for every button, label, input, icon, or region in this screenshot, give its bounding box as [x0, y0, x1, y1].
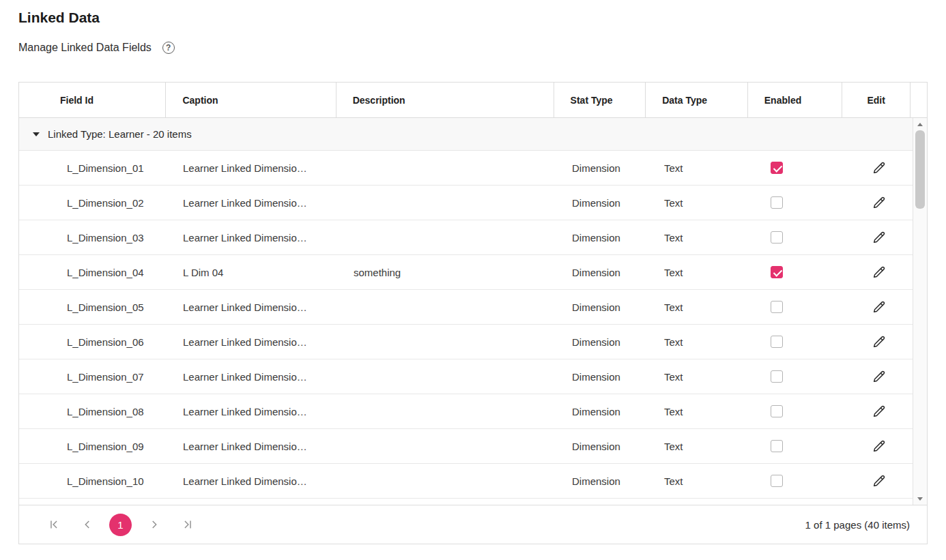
- table-row: L_Dimension_08 Learner Linked Dimensio… …: [19, 394, 927, 429]
- pencil-icon: [872, 230, 887, 245]
- pencil-icon: [872, 404, 887, 419]
- edit-button[interactable]: [868, 434, 891, 458]
- cell-data-type: Text: [648, 441, 750, 452]
- table-row: L_Dimension_03 Learner Linked Dimensio… …: [19, 220, 927, 255]
- cell-data-type: Text: [648, 267, 750, 278]
- enabled-checkbox[interactable]: [771, 266, 783, 278]
- enabled-checkbox[interactable]: [771, 475, 783, 487]
- column-header-stat-type[interactable]: Stat Type: [554, 83, 646, 117]
- column-header-field-id[interactable]: Field Id: [19, 83, 166, 117]
- enabled-checkbox[interactable]: [771, 336, 783, 348]
- cell-edit: [845, 261, 913, 284]
- cell-stat-type: Dimension: [556, 197, 648, 209]
- cell-stat-type: Dimension: [556, 232, 648, 244]
- pencil-icon: [872, 439, 887, 454]
- previous-page-button[interactable]: [76, 514, 98, 536]
- cell-edit: [845, 365, 913, 388]
- edit-button[interactable]: [868, 261, 891, 284]
- enabled-checkbox[interactable]: [771, 440, 783, 452]
- enabled-checkbox[interactable]: [771, 196, 783, 209]
- table-row: L_Dimension_06 Learner Linked Dimensio… …: [19, 325, 927, 359]
- column-header-caption[interactable]: Caption: [166, 83, 336, 117]
- table-row: L_Dimension_02 Learner Linked Dimensio… …: [19, 186, 927, 220]
- first-page-icon: [48, 518, 60, 531]
- cell-edit: [845, 330, 913, 353]
- cell-edit: [845, 400, 913, 423]
- cell-stat-type: Dimension: [556, 441, 648, 452]
- enabled-checkbox[interactable]: [771, 231, 783, 244]
- enabled-checkbox[interactable]: [771, 370, 783, 383]
- first-page-button[interactable]: [42, 514, 65, 536]
- pencil-icon: [872, 334, 887, 349]
- edit-button[interactable]: [868, 330, 891, 353]
- linked-data-page: Linked Data Manage Linked Data Fields ? …: [0, 0, 946, 544]
- rows-container: L_Dimension_01 Learner Linked Dimensio… …: [19, 151, 927, 499]
- edit-button[interactable]: [868, 226, 891, 249]
- enabled-checkbox[interactable]: [771, 405, 783, 417]
- table-row: L_Dimension_10 Learner Linked Dimensio… …: [19, 464, 927, 499]
- pencil-icon: [872, 473, 887, 488]
- cell-caption: L Dim 04: [167, 267, 337, 278]
- cell-caption: Learner Linked Dimensio…: [167, 336, 337, 348]
- cell-enabled: [750, 475, 845, 487]
- table-row: L_Dimension_09 Learner Linked Dimensio… …: [19, 429, 927, 464]
- cell-enabled: [750, 440, 845, 452]
- linked-data-grid: Field Id Caption Description Stat Type D…: [18, 82, 928, 544]
- cell-enabled: [750, 231, 845, 244]
- cell-field-id: L_Dimension_09: [19, 441, 167, 452]
- edit-button[interactable]: [868, 400, 891, 423]
- edit-button[interactable]: [868, 365, 891, 388]
- pencil-icon: [872, 160, 887, 175]
- enabled-checkbox[interactable]: [771, 162, 783, 174]
- cell-data-type: Text: [648, 406, 750, 417]
- page-subtitle: Manage Linked Data Fields: [18, 42, 152, 54]
- cell-data-type: Text: [648, 232, 750, 244]
- cell-caption: Learner Linked Dimensio…: [167, 406, 337, 417]
- cell-data-type: Text: [648, 371, 750, 383]
- grid-header: Field Id Caption Description Stat Type D…: [19, 83, 927, 118]
- cell-stat-type: Dimension: [556, 162, 648, 174]
- enabled-checkbox[interactable]: [771, 301, 783, 313]
- column-header-description[interactable]: Description: [336, 83, 554, 117]
- column-header-edit[interactable]: Edit: [842, 83, 911, 117]
- pencil-icon: [872, 369, 887, 384]
- cell-stat-type: Dimension: [556, 336, 648, 348]
- pencil-icon: [872, 195, 887, 210]
- edit-button[interactable]: [868, 191, 891, 214]
- edit-button[interactable]: [868, 295, 891, 319]
- next-page-button[interactable]: [143, 514, 165, 536]
- edit-button[interactable]: [868, 156, 891, 179]
- cell-field-id: L_Dimension_08: [19, 406, 167, 417]
- vertical-scrollbar[interactable]: [913, 118, 927, 505]
- last-page-button[interactable]: [176, 514, 199, 536]
- page-title: Linked Data: [18, 0, 928, 26]
- column-header-data-type[interactable]: Data Type: [646, 83, 748, 117]
- table-row: L_Dimension_07 Learner Linked Dimensio… …: [19, 359, 927, 394]
- cell-stat-type: Dimension: [556, 475, 648, 487]
- table-row: L_Dimension_05 Learner Linked Dimensio… …: [19, 290, 927, 325]
- grid-body: Linked Type: Learner - 20 items L_Dimens…: [19, 118, 927, 505]
- scroll-down-icon[interactable]: [913, 492, 927, 505]
- page-number-button[interactable]: 1: [109, 514, 132, 536]
- cell-description: something: [337, 267, 556, 278]
- cell-enabled: [750, 266, 845, 278]
- cell-data-type: Text: [648, 197, 750, 209]
- cell-field-id: L_Dimension_04: [19, 267, 167, 278]
- edit-button[interactable]: [868, 469, 891, 492]
- cell-field-id: L_Dimension_03: [19, 232, 167, 244]
- cell-data-type: Text: [648, 162, 750, 174]
- column-header-enabled[interactable]: Enabled: [748, 83, 843, 117]
- cell-caption: Learner Linked Dimensio…: [167, 162, 337, 174]
- cell-enabled: [750, 301, 845, 313]
- cell-edit: [845, 434, 913, 458]
- cell-caption: Learner Linked Dimensio…: [167, 232, 337, 244]
- subtitle-row: Manage Linked Data Fields ?: [18, 42, 928, 54]
- scrollbar-thumb[interactable]: [915, 130, 925, 209]
- scroll-up-icon[interactable]: [913, 118, 927, 130]
- pager-buttons: 1: [42, 514, 199, 536]
- help-icon[interactable]: ?: [162, 42, 175, 54]
- collapse-group-icon[interactable]: [33, 132, 40, 136]
- group-label: Linked Type: Learner - 20 items: [48, 128, 192, 140]
- cell-field-id: L_Dimension_06: [19, 336, 167, 348]
- cell-data-type: Text: [648, 475, 750, 487]
